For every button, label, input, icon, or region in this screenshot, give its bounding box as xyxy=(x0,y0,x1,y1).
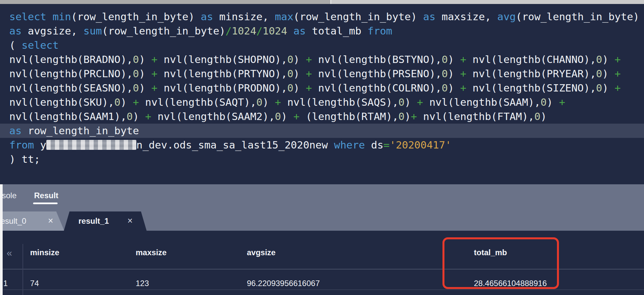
code-token: ( xyxy=(9,39,22,51)
code-token: ) xyxy=(294,68,306,80)
tab-result[interactable]: Result xyxy=(34,191,58,200)
code-token: 0 xyxy=(287,68,294,80)
code-token: (row_length_in_byte) xyxy=(71,11,201,23)
code-token: total_mb xyxy=(312,25,368,37)
code-token: 0 xyxy=(133,53,139,65)
code-token: as xyxy=(9,125,28,137)
code-token: ) xyxy=(262,96,275,108)
code-token: 1024 xyxy=(262,25,287,37)
code-token: 0 xyxy=(442,82,448,94)
code-token: 0 xyxy=(596,53,602,65)
code-line: select min(row_length_in_byte) as minsiz… xyxy=(9,10,644,24)
code-token: 0 xyxy=(287,82,294,94)
code-line: nvl(lengthb(BRADNO),0) + nvl(lengthb(SHO… xyxy=(9,52,644,67)
code-token: nvl(lengthb(COLRNO), xyxy=(312,82,442,94)
code-token: ) xyxy=(448,68,460,80)
code-token: + xyxy=(411,110,417,122)
code-token: 0 xyxy=(275,110,281,122)
tab-console[interactable]: sole xyxy=(3,191,17,200)
code-token: + xyxy=(417,96,423,108)
code-token: n_dev.ods_sma_sa_last15_2020new xyxy=(136,139,334,151)
code-token: 0 xyxy=(114,96,120,108)
code-token: ) xyxy=(448,82,460,94)
code-token: + xyxy=(294,110,300,122)
code-token: + xyxy=(275,96,281,108)
code-token: ds xyxy=(371,139,383,151)
code-token: '20200417' xyxy=(390,139,451,151)
red-highlight-annotation xyxy=(442,237,559,289)
code-token: where xyxy=(334,139,371,151)
code-token: ) xyxy=(139,82,151,94)
code-token: row_length_in_byte xyxy=(28,125,139,137)
code-token: 0 xyxy=(398,110,405,122)
code-token: nvl(lengthb(PRCLNO), xyxy=(9,68,133,80)
code-token: as xyxy=(201,11,219,23)
code-line: as row_length_in_byte xyxy=(0,124,644,138)
code-token: nvl(lengthb(SEASNO), xyxy=(9,82,133,94)
code-token: ) xyxy=(602,53,615,65)
column-header-avgsize[interactable]: avgsize xyxy=(247,248,276,257)
code-token: nvl(lengthb(PRTYNO), xyxy=(158,68,287,80)
code-token: nvl(lengthb(SAAM), xyxy=(423,96,541,108)
result-tab-1[interactable]: result_1 × xyxy=(64,211,147,231)
code-area[interactable]: select min(row_length_in_byte) as minsiz… xyxy=(9,10,644,166)
code-token: nvl(lengthb(PRYEAR), xyxy=(466,68,596,80)
code-token: avgsize, xyxy=(28,25,83,37)
code-token: as xyxy=(423,11,442,23)
code-token: 0 xyxy=(133,82,139,94)
code-token: 0 xyxy=(287,53,294,65)
code-token: 0 xyxy=(398,96,405,108)
code-token: nvl(lengthb(PRODNO), xyxy=(158,82,287,94)
code-token: select xyxy=(9,11,53,23)
titlebar-segment-left xyxy=(0,0,330,4)
code-token: + xyxy=(615,68,621,80)
code-token: from xyxy=(9,139,40,151)
cell-maxsize: 123 xyxy=(136,279,149,288)
code-token: ) xyxy=(540,110,547,122)
close-icon[interactable]: × xyxy=(127,216,133,225)
code-token: (lengthb(RTAM), xyxy=(299,110,398,122)
code-line: ( select xyxy=(9,38,644,52)
redacted-text-blur xyxy=(46,140,136,150)
code-token: + xyxy=(306,68,312,80)
code-token: (row_length_in_byte) xyxy=(102,25,225,37)
cell-avgsize: 96.22093956616067 xyxy=(247,279,320,288)
code-line: from yn_dev.ods_sma_sa_last15_2020new wh… xyxy=(9,138,644,152)
result-tab-0-label: esult_0 xyxy=(3,216,26,226)
code-token: ) tt; xyxy=(9,153,40,165)
code-token: ) xyxy=(139,53,151,65)
code-token: 0 xyxy=(127,110,133,122)
code-token: ) xyxy=(294,82,306,94)
code-token: nvl(lengthb(FTAM), xyxy=(417,110,534,122)
background-titlebar xyxy=(0,0,644,4)
close-icon[interactable]: × xyxy=(48,216,53,225)
code-token: (row_length_in_byte) xyxy=(294,11,423,23)
result-tab-0[interactable]: esult_0 × xyxy=(3,211,64,231)
code-token: 0 xyxy=(596,68,602,80)
code-token: 0 xyxy=(534,110,540,122)
column-divider-line xyxy=(23,244,23,295)
code-token: / xyxy=(225,25,232,37)
titlebar-segment-right xyxy=(331,0,644,4)
code-token xyxy=(287,25,294,37)
code-token: nvl(lengthb(SIZENO), xyxy=(466,82,596,94)
results-table: « minsizemaxsizeavgsizetotal_mb 1 741239… xyxy=(3,231,644,295)
column-header-maxsize[interactable]: maxsize xyxy=(136,248,166,257)
code-token: nvl(lengthb(BRADNO), xyxy=(9,53,133,65)
code-token: + xyxy=(306,53,312,65)
code-token: 0 xyxy=(256,96,263,108)
code-token: maxsize, xyxy=(442,11,497,23)
code-token: 0 xyxy=(133,68,139,80)
collapse-columns-icon[interactable]: « xyxy=(7,248,12,258)
row-divider-line xyxy=(3,289,644,290)
sql-editor[interactable]: select min(row_length_in_byte) as minsiz… xyxy=(0,4,644,184)
code-token: from xyxy=(368,25,392,37)
column-header-minsize[interactable]: minsize xyxy=(30,248,59,257)
code-token: ) xyxy=(139,68,151,80)
code-token: y xyxy=(40,139,46,151)
code-line: ) tt; xyxy=(9,152,644,166)
cell-minsize: 74 xyxy=(30,279,39,288)
code-token: ) xyxy=(405,96,417,108)
code-token: ) xyxy=(602,68,615,80)
active-tab-underline xyxy=(33,203,58,204)
